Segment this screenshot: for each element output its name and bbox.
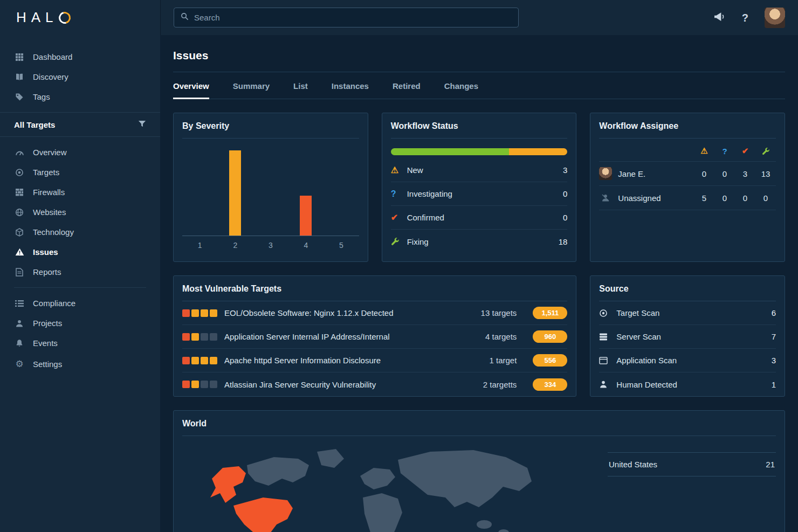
assignee-header-row: ⚠ ? ✔ [599, 139, 776, 162]
country-count: 21 [766, 460, 775, 469]
vulnerability-row[interactable]: EOL/Obsolete Software: Nginx 1.12.x Dete… [182, 301, 567, 325]
vulnerability-row[interactable]: Apache httpd Server Information Disclosu… [182, 349, 567, 372]
issue-count-badge: 960 [533, 330, 567, 343]
target-icon [599, 309, 616, 317]
assignee-count: 13 [755, 169, 776, 178]
workflow-row-confirmed[interactable]: ✔ Confirmed 0 [391, 206, 568, 230]
user-avatar[interactable] [765, 8, 785, 28]
assignee-count: 0 [694, 169, 714, 178]
sidebar-item-label: Technology [33, 227, 74, 237]
wrench-icon [391, 237, 407, 246]
vulnerability-row[interactable]: Atlassian Jira Server Security Vulnerabi… [182, 372, 567, 396]
target-count: 13 targets [468, 308, 527, 317]
logo-cell: HAL [0, 0, 160, 35]
sidebar-item-settings[interactable]: ⚙ Settings [0, 353, 160, 375]
tab-changes[interactable]: Changes [444, 72, 478, 99]
assignee-row[interactable]: Unassigned 5 0 0 0 [599, 186, 776, 210]
row-value: 7 [772, 332, 776, 341]
vulnerability-row[interactable]: Application Server Internal IP Address/I… [182, 325, 567, 349]
tab-list[interactable]: List [293, 72, 308, 99]
sidebar-item-tags[interactable]: Tags [0, 87, 160, 107]
workflow-row-new[interactable]: ⚠ New 3 [391, 158, 568, 182]
tab-overview[interactable]: Overview [173, 72, 209, 99]
target-count: 4 targets [468, 332, 527, 341]
logo-text: HAL [16, 9, 58, 26]
tick-label: 5 [324, 241, 359, 250]
row-label: Investigating [407, 189, 563, 198]
sidebar-item-compliance[interactable]: Compliance [0, 293, 160, 313]
dashboard-icon [14, 53, 25, 61]
workflow-bar-complete [391, 148, 510, 155]
tick-label: 2 [218, 241, 253, 250]
tab-retired[interactable]: Retired [393, 72, 421, 99]
workflow-status-card: Workflow Status ⚠ New 3 ? Investigating [382, 113, 577, 262]
source-row-human-detected[interactable]: Human Detected 1 [599, 372, 776, 396]
world-country-row[interactable]: United States 21 [608, 452, 776, 476]
row-label: Target Scan [616, 308, 771, 317]
sidebar-item-dashboard[interactable]: Dashboard [0, 47, 160, 67]
source-row-application-scan[interactable]: Application Scan 3 [599, 349, 776, 372]
check-icon: ✔ [735, 146, 755, 156]
issue-count-badge: 334 [533, 378, 567, 391]
severity-bar [229, 150, 241, 236]
person-icon [599, 380, 616, 389]
bell-icon [14, 339, 25, 348]
list-icon [14, 300, 25, 307]
announcements-icon[interactable] [713, 12, 726, 23]
sidebar-item-overview[interactable]: Overview [0, 142, 160, 162]
cards-row-3: World [173, 410, 785, 532]
tab-summary[interactable]: Summary [233, 72, 270, 99]
sidebar-item-technology[interactable]: Technology [0, 222, 160, 242]
workflow-row-investigating[interactable]: ? Investigating 0 [391, 182, 568, 206]
source-row-target-scan[interactable]: Target Scan 6 [599, 301, 776, 325]
app-logo[interactable]: HAL [16, 9, 71, 26]
tick-label: 3 [253, 241, 288, 250]
firewall-icon [14, 188, 25, 196]
card-title: Source [599, 276, 776, 301]
issue-count-badge: 556 [533, 354, 567, 367]
sidebar-item-label: Projects [33, 319, 62, 328]
topbar: ? [160, 0, 798, 35]
world-map[interactable] [182, 444, 560, 532]
sidebar-item-label: Settings [33, 360, 62, 369]
row-label: Application Scan [616, 356, 771, 365]
vulnerability-name: Application Server Internal IP Address/I… [224, 332, 468, 341]
row-label: Server Scan [616, 332, 771, 341]
package-icon [14, 228, 25, 237]
assignee-row[interactable]: Jane E. 0 0 3 13 [599, 162, 776, 186]
wrench-icon [755, 147, 776, 155]
target-icon [14, 168, 25, 177]
tick-label: 4 [288, 241, 324, 250]
search-box[interactable] [174, 8, 519, 27]
sidebar-item-discovery[interactable]: Discovery [0, 67, 160, 87]
workflow-progress-bar [391, 148, 568, 155]
sidebar-item-label: Websites [33, 208, 66, 217]
row-label: New [407, 165, 563, 175]
main-content: Issues Overview Summary List Instances R… [160, 35, 798, 532]
help-icon[interactable]: ? [742, 12, 748, 23]
globe-icon [14, 208, 25, 217]
assignee-name: Unassigned [618, 194, 661, 203]
sidebar-item-events[interactable]: Events [0, 333, 160, 353]
sidebar-item-websites[interactable]: Websites [0, 202, 160, 222]
sidebar-item-label: Discovery [33, 72, 68, 81]
target-selector[interactable]: All Targets [0, 112, 160, 137]
source-row-server-scan[interactable]: Server Scan 7 [599, 325, 776, 349]
sidebar-item-issues[interactable]: Issues [0, 242, 160, 262]
sidebar: Dashboard Discovery Tags All Targets Ove… [0, 35, 160, 532]
sidebar-item-label: Reports [33, 267, 61, 277]
vulnerability-name: Apache httpd Server Information Disclosu… [224, 356, 468, 365]
sidebar-item-firewalls[interactable]: Firewalls [0, 182, 160, 202]
sidebar-item-targets[interactable]: Targets [0, 162, 160, 182]
search-input[interactable] [194, 13, 512, 22]
workflow-row-fixing[interactable]: Fixing 18 [391, 230, 568, 253]
server-icon [599, 333, 616, 341]
sidebar-item-projects[interactable]: Projects [0, 313, 160, 333]
map-region-united-states [233, 498, 293, 532]
tab-instances[interactable]: Instances [332, 72, 369, 99]
row-value: 3 [563, 165, 567, 175]
sidebar-item-label: Overview [33, 148, 67, 157]
sidebar-item-reports[interactable]: Reports [0, 262, 160, 282]
vulnerability-name: Atlassian Jira Server Security Vulnerabi… [224, 380, 468, 389]
card-title: Workflow Status [391, 113, 568, 139]
